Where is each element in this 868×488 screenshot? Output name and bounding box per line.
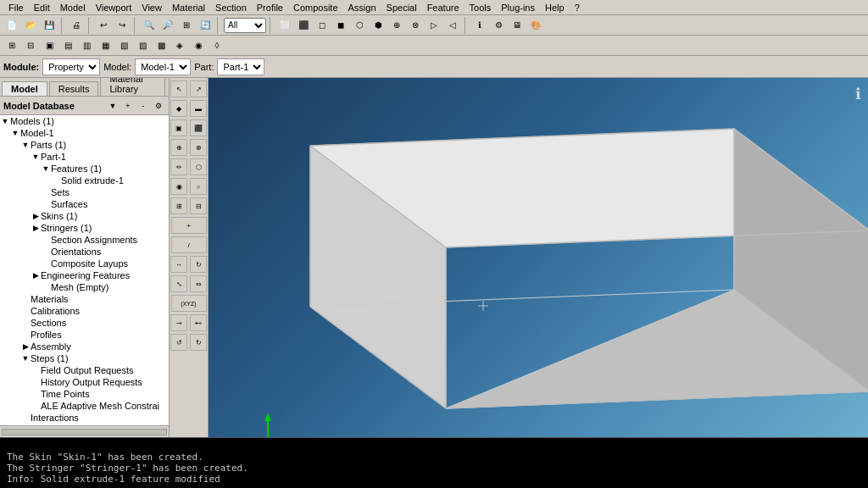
- zoom-out-button[interactable]: 🔎: [159, 17, 176, 34]
- zoom-in-button[interactable]: 🔍: [141, 17, 158, 34]
- tree-item[interactable]: ▼Features (1): [0, 163, 169, 175]
- tree-item[interactable]: Orientations: [0, 246, 169, 258]
- stb-dim2[interactable]: ⊷: [190, 314, 207, 331]
- stb-line[interactable]: /: [171, 236, 207, 253]
- tb2-9[interactable]: ▩: [153, 37, 170, 54]
- menu-edit[interactable]: Edit: [29, 3, 55, 13]
- stb-arrow[interactable]: ↖: [170, 80, 187, 97]
- save-button[interactable]: 💾: [41, 17, 58, 34]
- stb-plus[interactable]: +: [171, 217, 207, 234]
- menu-question[interactable]: ?: [570, 3, 585, 13]
- stb-cursor[interactable]: ↗: [190, 80, 207, 97]
- viewport[interactable]: ℹ: [209, 78, 868, 437]
- menu-profile[interactable]: Profile: [252, 3, 288, 13]
- undo-button[interactable]: ↩: [95, 17, 112, 34]
- tree-item[interactable]: ▼Steps (1): [0, 352, 169, 364]
- menu-material[interactable]: Material: [167, 3, 210, 13]
- stb-tool1[interactable]: ⊞: [170, 197, 187, 214]
- tree-item[interactable]: Profiles: [0, 329, 169, 341]
- model-db-icon1[interactable]: +: [121, 99, 135, 113]
- new-button[interactable]: 📄: [3, 17, 20, 34]
- info-button[interactable]: ℹ: [471, 17, 488, 34]
- tb2-8[interactable]: ▨: [134, 37, 151, 54]
- redo-button[interactable]: ↪: [114, 17, 131, 34]
- tb2-6[interactable]: ▦: [97, 37, 114, 54]
- tb2-2[interactable]: ⊟: [22, 37, 39, 54]
- stb-dim1[interactable]: ⊸: [170, 314, 187, 331]
- display-button[interactable]: 🖥: [509, 17, 526, 34]
- menu-composite[interactable]: Composite: [288, 3, 343, 13]
- fit-button[interactable]: ⊞: [178, 17, 195, 34]
- tree-item[interactable]: ▶Stringers (1): [0, 222, 169, 234]
- stb-face[interactable]: ▣: [170, 119, 187, 136]
- stb-cell[interactable]: ⬛: [190, 119, 207, 136]
- tb-extra-7[interactable]: ⊕: [388, 17, 405, 34]
- stb-vertex[interactable]: ◆: [170, 100, 187, 117]
- tb-extra-5[interactable]: ⬡: [351, 17, 368, 34]
- menu-plugins[interactable]: Plug-ins: [496, 3, 540, 13]
- open-button[interactable]: 📂: [22, 17, 39, 34]
- tb2-11[interactable]: ◉: [190, 37, 207, 54]
- menu-assign[interactable]: Assign: [343, 3, 381, 13]
- tree-item[interactable]: ▼Part-1: [0, 151, 169, 163]
- tb2-4[interactable]: ▤: [59, 37, 76, 54]
- menu-feature[interactable]: Feature: [422, 3, 465, 13]
- print-button[interactable]: 🖨: [68, 17, 85, 34]
- stb-sketch[interactable]: ✏: [170, 158, 187, 175]
- tree-item[interactable]: Interactions: [0, 412, 169, 424]
- left-panel-hscroll[interactable]: [0, 425, 169, 437]
- tree-item[interactable]: Field Output Requests: [0, 364, 169, 376]
- menu-section[interactable]: Section: [210, 3, 252, 13]
- tb2-7[interactable]: ▧: [115, 37, 132, 54]
- tree-item[interactable]: Mesh (Empty): [0, 281, 169, 293]
- tree-item[interactable]: ▶Skins (1): [0, 210, 169, 222]
- stb-scale[interactable]: ⤡: [170, 275, 187, 292]
- model-db-icon3[interactable]: ⚙: [152, 99, 165, 113]
- tree-item[interactable]: ▼Models (1): [0, 115, 169, 127]
- model-db-options[interactable]: ▼: [106, 99, 120, 113]
- stb-move[interactable]: ↔: [170, 256, 187, 273]
- tree-item[interactable]: Materials: [0, 293, 169, 305]
- stb-mirror[interactable]: ⇔: [190, 275, 207, 292]
- menu-model[interactable]: Model: [55, 3, 91, 13]
- menu-tools[interactable]: Tools: [465, 3, 497, 13]
- tb2-10[interactable]: ◈: [171, 37, 188, 54]
- tree-item[interactable]: ▶Assembly: [0, 341, 169, 352]
- tb-extra-2[interactable]: ⬛: [295, 17, 312, 34]
- tree-item[interactable]: Calibrations: [0, 305, 169, 317]
- tb2-12[interactable]: ◊: [209, 37, 225, 54]
- tree-item[interactable]: Surfaces: [0, 198, 169, 210]
- stb-xyz[interactable]: (XYZ): [171, 295, 207, 312]
- stb-edge[interactable]: ▬: [190, 100, 207, 117]
- menu-view[interactable]: View: [136, 3, 167, 13]
- tb-extra-9[interactable]: ▷: [426, 17, 442, 34]
- stb-solid[interactable]: ◉: [170, 178, 187, 195]
- tree-item[interactable]: Composite Layups: [0, 258, 169, 269]
- stb-query1[interactable]: ↺: [170, 334, 187, 351]
- tab-material-library[interactable]: Material Library: [100, 78, 165, 96]
- model-db-icon2[interactable]: -: [136, 99, 150, 113]
- menu-file[interactable]: File: [3, 3, 29, 13]
- tb-extra-1[interactable]: ⬜: [276, 17, 293, 34]
- tree-item[interactable]: ALE Adaptive Mesh Constrai: [0, 400, 169, 412]
- tree-item[interactable]: ▶Engineering Features: [0, 269, 169, 281]
- rotate-button[interactable]: 🔄: [197, 17, 214, 34]
- stb-shell[interactable]: ○: [190, 178, 207, 195]
- tb-extra-10[interactable]: ◁: [444, 17, 461, 34]
- tb-extra-4[interactable]: ◼: [332, 17, 349, 34]
- stb-query2[interactable]: ↻: [190, 334, 207, 351]
- module-select[interactable]: Property: [42, 58, 100, 75]
- tree-item[interactable]: Section Assignments: [0, 234, 169, 246]
- tree-item[interactable]: Solid extrude-1: [0, 175, 169, 186]
- tree-item[interactable]: ▼Parts (1): [0, 139, 169, 151]
- stb-tool2[interactable]: ⊟: [190, 197, 207, 214]
- menu-help[interactable]: Help: [540, 3, 570, 13]
- menu-special[interactable]: Special: [381, 3, 422, 13]
- model-select[interactable]: Model-1: [135, 58, 191, 75]
- tree-item[interactable]: Sections: [0, 317, 169, 329]
- tree-item[interactable]: ▼Model-1: [0, 127, 169, 139]
- stb-merge[interactable]: ⊗: [190, 139, 207, 156]
- tree-item[interactable]: History Output Requests: [0, 376, 169, 388]
- tb2-1[interactable]: ⊞: [3, 37, 20, 54]
- stb-rotate2[interactable]: ↻: [190, 256, 207, 273]
